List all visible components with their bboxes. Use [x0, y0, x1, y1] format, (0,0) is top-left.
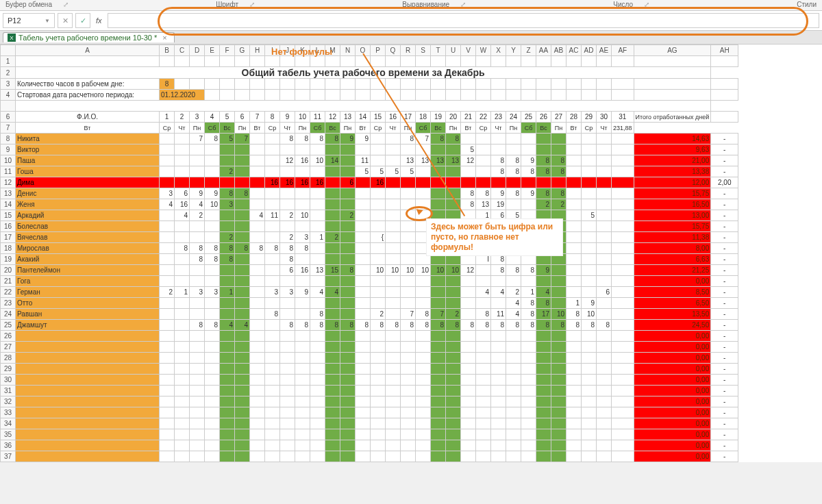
spreadsheet-grid[interactable]: ABCDEFGHIJKLMNOPQRSTUVWXYZAAABACADAEAFAG…: [0, 45, 822, 462]
table-row[interactable]: 11Гоша255558888813,38-: [1, 166, 738, 177]
formula-bar[interactable]: [108, 13, 819, 28]
sheet-title: Общий табель учета рабочего времени за Д…: [16, 67, 711, 79]
table-row[interactable]: 310,00-: [1, 386, 738, 396]
fx-icon[interactable]: fx: [93, 16, 105, 25]
excel-icon: X: [8, 34, 16, 42]
table-row[interactable]: 23Отто488196,50-: [1, 298, 738, 309]
file-tab-row: X Табель учета рабочего времени 10-30 * …: [0, 31, 822, 45]
table-row[interactable]: 300,00-: [1, 375, 738, 386]
table-row[interactable]: 9Виктор59,63-: [1, 144, 738, 155]
table-row[interactable]: 18Мирослав888888888888,00-: [1, 243, 738, 254]
file-tab[interactable]: X Табель учета рабочего времени 10-30 * …: [3, 32, 175, 42]
table-row[interactable]: 330,00-: [1, 407, 738, 418]
table-row[interactable]: 260,00-: [1, 331, 738, 342]
cancel-icon[interactable]: ✕: [58, 13, 73, 28]
table-row[interactable]: 280,00-: [1, 353, 738, 364]
table-row[interactable]: 270,00-: [1, 342, 738, 353]
name-box[interactable]: P12▼: [3, 13, 55, 28]
table-row[interactable]: 20Пантелеймон616131581010101010101288892…: [1, 265, 738, 276]
table-row[interactable]: 12Дима1616161661612,002,00: [1, 177, 738, 188]
table-row[interactable]: 370,00-: [1, 451, 738, 462]
table-row[interactable]: 16Болеслав8981315,75-: [1, 221, 738, 232]
table-row[interactable]: 15Аркадий424112102165513,00-: [1, 210, 738, 221]
confirm-icon[interactable]: ✓: [75, 13, 90, 28]
table-row[interactable]: 340,00-: [1, 418, 738, 429]
close-tab-icon[interactable]: ×: [162, 34, 166, 42]
table-row[interactable]: 22Герман21331339444421468,50-: [1, 287, 738, 298]
table-row[interactable]: 19Акакий8888I86,63-: [1, 254, 738, 265]
ribbon-groups: Буфер обмена⤢ Шрифт⤢ Выравнивание⤢ Число…: [0, 0, 822, 11]
table-row[interactable]: 360,00-: [1, 440, 738, 451]
table-row[interactable]: 8Никита7857888899878814,63-: [1, 134, 738, 144]
table-row[interactable]: 10Паша121610141113131313128898821,00-: [1, 155, 738, 166]
table-row[interactable]: 14Женя4164103813192216,50-: [1, 199, 738, 210]
table-row[interactable]: 290,00-: [1, 364, 738, 375]
table-row[interactable]: 25Джамшут8844888888888888888888888824,50…: [1, 320, 738, 331]
formula-bar-row: P12▼ ✕ ✓ fx: [0, 11, 822, 31]
table-row[interactable]: 24Равшан882787281148171081013,50-: [1, 309, 738, 320]
table-row[interactable]: 17Вячеслав22312{I11082111,38-: [1, 232, 738, 243]
table-row[interactable]: 13Денис369988889898815,75-: [1, 188, 738, 199]
table-row[interactable]: 350,00-: [1, 429, 738, 440]
table-row[interactable]: 21Гога0,00-: [1, 276, 738, 287]
table-row[interactable]: 320,00-: [1, 396, 738, 407]
